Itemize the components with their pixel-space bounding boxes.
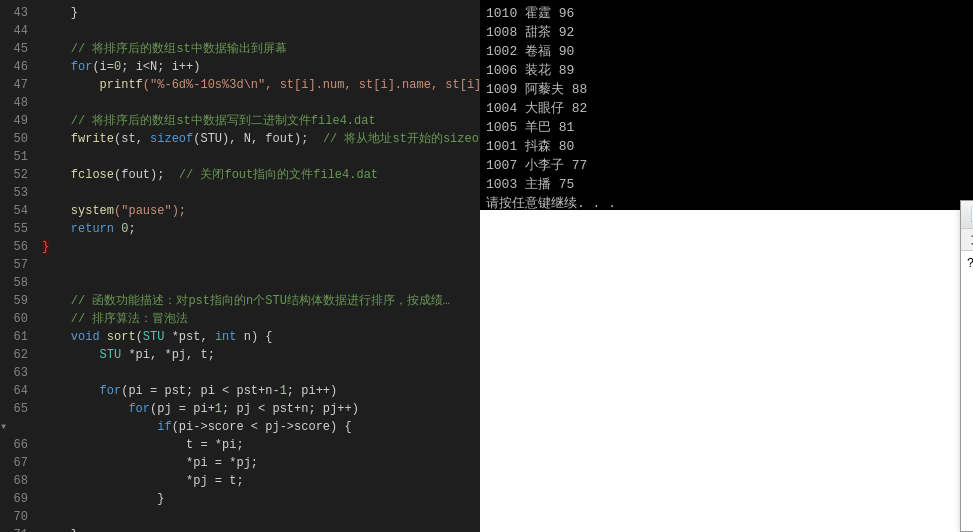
notepad-menubar[interactable]: 文件(F)编辑(E)格式(O)查看(V)帮助(H) — [961, 229, 973, 251]
code-line: return 0; — [38, 220, 480, 238]
code-line: t = *pi; — [38, 436, 480, 454]
code-line: system("pause"); — [38, 202, 480, 220]
line-number: 53 — [0, 184, 34, 202]
code-line: void sort(STU *pst, int n) { — [38, 328, 480, 346]
line-number: 46 — [0, 58, 34, 76]
line-number: 52 — [0, 166, 34, 184]
code-line: fclose(fout); // 关闭fout指向的文件file4.dat — [38, 166, 480, 184]
line-number: 50 — [0, 130, 34, 148]
code-line: // 排序算法：冒泡法 — [38, 310, 480, 328]
notepad-titlebar: 📄 file4.dat - 记事本 — [961, 201, 973, 229]
line-number: 48 — [0, 94, 34, 112]
code-line: *pj = t; — [38, 472, 480, 490]
right-panels: 1010 霍霆 961008 甜茶 921002 卷福 901006 装花 89… — [480, 0, 973, 532]
line-number: 70 — [0, 508, 34, 526]
line-number: 59 — [0, 292, 34, 310]
notepad-icon: 📄 — [969, 206, 973, 223]
code-line: for(i=0; i<N; i++) — [38, 58, 480, 76]
notepad-window[interactable]: 📄 file4.dat - 记事本 文件(F)编辑(E)格式(O)查看(V)帮助… — [960, 200, 973, 532]
line-number: 49 — [0, 112, 34, 130]
console-row: 1004 大眼仔 82 — [486, 99, 967, 118]
code-editor: 4344454647484950515253545556575859606162… — [0, 0, 480, 532]
code-line — [38, 274, 480, 292]
code-line: fwrite(st, sizeof(STU), N, fout); // 将从地… — [38, 130, 480, 148]
code-line — [38, 508, 480, 526]
code-line: } — [38, 526, 480, 532]
line-number: 57 — [0, 256, 34, 274]
line-number: 67 — [0, 454, 34, 472]
line-number: 56 — [0, 238, 34, 256]
code-line — [38, 364, 480, 382]
line-number: 61 — [0, 328, 34, 346]
console-prompt: 请按任意键继续. . . — [486, 194, 967, 210]
line-number: 65▾ — [0, 400, 34, 436]
code-content[interactable]: } // 将排序后的数组st中数据输出到屏幕 for(i=0; i<N; i++… — [38, 0, 480, 532]
line-number: 44 — [0, 22, 34, 40]
code-line: // 函数功能描述：对pst指向的n个STU结构体数据进行排序，按成绩… — [38, 292, 480, 310]
line-number: 71 — [0, 526, 34, 532]
menu-item[interactable]: 文件(F) — [961, 229, 973, 250]
code-line: printf("%-6d%-10s%3d\n", st[i].num, st[i… — [38, 76, 480, 94]
code-line: } — [38, 238, 480, 256]
line-number: 62 — [0, 346, 34, 364]
code-line: } — [38, 4, 480, 22]
code-line: // 将排序后的数组st中数据输出到屏幕 — [38, 40, 480, 58]
console-row: 1005 羊巴 81 — [486, 118, 967, 137]
console-row: 1001 抖森 80 — [486, 137, 967, 156]
code-line: STU *pi, *pj, t; — [38, 346, 480, 364]
console-row: 1003 主播 75 — [486, 175, 967, 194]
line-number: 68 — [0, 472, 34, 490]
console-row: 1008 甜茶 92 — [486, 23, 967, 42]
console-row: 1006 装花 89 — [486, 61, 967, 80]
notepad-content[interactable]: ? 霍霆 ?@ □ ` ? 甜茶 ?@ Y \ ? 卷福 抖 □Z ` — [961, 251, 973, 531]
line-number: 60 — [0, 310, 34, 328]
code-line — [38, 256, 480, 274]
line-number: 63 — [0, 364, 34, 382]
code-line: for(pj = pi+1; pj < pst+n; pj++) — [38, 400, 480, 418]
line-number: 47 — [0, 76, 34, 94]
console-row: 1010 霍霆 96 — [486, 4, 967, 23]
line-number: 51 — [0, 148, 34, 166]
line-number: 64 — [0, 382, 34, 400]
code-line — [38, 94, 480, 112]
line-number: 66 — [0, 436, 34, 454]
line-number: 43 — [0, 4, 34, 22]
code-line — [38, 184, 480, 202]
code-line: for(pi = pst; pi < pst+n-1; pi++) — [38, 382, 480, 400]
console-row: 1007 小李子 77 — [486, 156, 967, 175]
code-line: if(pi->score < pj->score) { — [38, 418, 480, 436]
collapse-arrow[interactable]: ▾ — [0, 418, 12, 436]
console-row: 1002 卷福 90 — [486, 42, 967, 61]
line-number: 55 — [0, 220, 34, 238]
line-number: 45 — [0, 40, 34, 58]
line-number: 54 — [0, 202, 34, 220]
code-line: } — [38, 490, 480, 508]
line-number: 69 — [0, 490, 34, 508]
code-line: // 将排序后的数组st中数据写到二进制文件file4.dat — [38, 112, 480, 130]
console-row: 1009 阿藜夫 88 — [486, 80, 967, 99]
line-number: 58 — [0, 274, 34, 292]
code-line — [38, 22, 480, 40]
line-numbers: 4344454647484950515253545556575859606162… — [0, 0, 38, 532]
code-line — [38, 148, 480, 166]
console-output: 1010 霍霆 961008 甜茶 921002 卷福 901006 装花 89… — [480, 0, 973, 210]
code-line: *pi = *pj; — [38, 454, 480, 472]
